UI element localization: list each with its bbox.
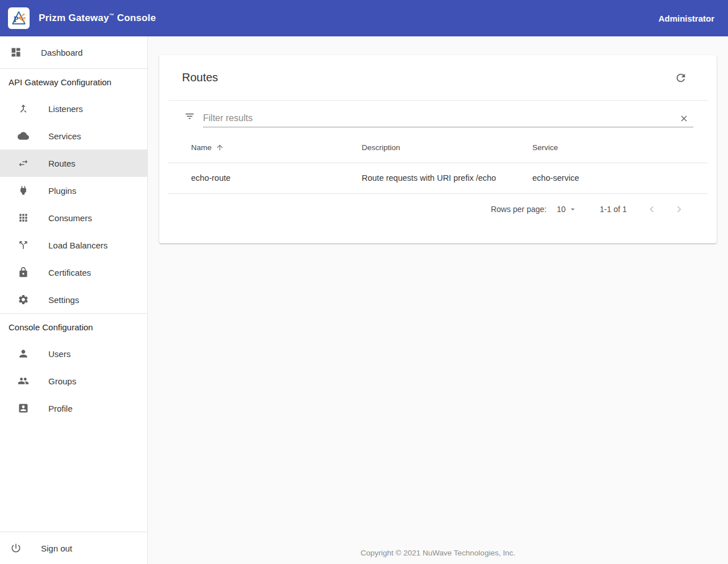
sidebar-item-label: Consumers bbox=[48, 213, 92, 223]
sidebar-item-label: Load Balancers bbox=[48, 240, 107, 250]
app-header: P Prizm Gateway™ Console Administrator bbox=[0, 0, 728, 36]
sidebar-item-settings[interactable]: Settings bbox=[0, 286, 147, 313]
table-row[interactable]: echo-route Route requests with URI prefi… bbox=[168, 163, 708, 193]
card-header: Routes bbox=[159, 55, 717, 100]
chevron-left-icon bbox=[646, 203, 658, 215]
sidebar-item-label: Users bbox=[48, 349, 71, 359]
sidebar-item-label: Sign out bbox=[41, 544, 72, 553]
sidebar-item-label: Certificates bbox=[48, 268, 91, 277]
sidebar-item-label: Settings bbox=[48, 295, 79, 305]
pagination-range: 1-1 of 1 bbox=[600, 205, 627, 214]
copyright-text: Copyright © 2021 NuWave Technologies, In… bbox=[148, 549, 728, 557]
filter-input[interactable] bbox=[203, 113, 679, 123]
cell-route-name: echo-route bbox=[168, 163, 339, 193]
column-header-name[interactable]: Name bbox=[168, 133, 339, 163]
prizm-logo-icon: P bbox=[8, 7, 30, 29]
sidebar-item-services[interactable]: Services bbox=[0, 122, 147, 150]
cell-route-description: Route requests with URI prefix /echo bbox=[339, 163, 510, 193]
column-header-description[interactable]: Description bbox=[339, 133, 510, 163]
sidebar-item-label: Routes bbox=[48, 159, 76, 168]
filter-icon bbox=[184, 111, 195, 122]
dashboard-icon bbox=[10, 47, 22, 58]
call-split-icon bbox=[18, 239, 29, 251]
cell-route-service: echo-service bbox=[510, 163, 708, 193]
gear-icon bbox=[18, 294, 29, 305]
sidebar: Dashboard API Gateway Configuration List… bbox=[0, 36, 148, 564]
section-label-api-gateway: API Gateway Configuration bbox=[0, 69, 147, 95]
sidebar-item-dashboard[interactable]: Dashboard bbox=[0, 36, 147, 68]
sidebar-item-label: Profile bbox=[48, 404, 73, 413]
refresh-button[interactable] bbox=[675, 72, 687, 84]
sidebar-item-profile[interactable]: Profile bbox=[0, 395, 147, 422]
person-icon bbox=[18, 348, 29, 359]
main-content: Routes bbox=[148, 36, 728, 564]
rows-per-page-select[interactable]: 10 bbox=[557, 205, 577, 214]
app-root: P Prizm Gateway™ Console Administrator D… bbox=[0, 0, 728, 564]
sidebar-item-certificates[interactable]: Certificates bbox=[0, 259, 147, 286]
sidebar-item-groups[interactable]: Groups bbox=[0, 367, 147, 395]
user-menu[interactable]: Administrator bbox=[659, 14, 714, 23]
previous-page-button[interactable] bbox=[645, 202, 659, 216]
clear-filter-button[interactable] bbox=[679, 114, 693, 123]
section-label-console-config: Console Configuration bbox=[0, 314, 147, 340]
sidebar-item-load-balancers[interactable]: Load Balancers bbox=[0, 231, 147, 259]
sidebar-item-signout[interactable]: Sign out bbox=[0, 532, 147, 564]
swap-arrows-icon bbox=[18, 157, 29, 169]
power-off-icon bbox=[10, 542, 22, 554]
app-title: Prizm Gateway™ Console bbox=[39, 13, 156, 24]
apps-grid-icon bbox=[18, 212, 29, 223]
cloud-icon bbox=[18, 130, 29, 142]
next-page-button[interactable] bbox=[672, 202, 686, 216]
pagination: Rows per page: 10 1-1 of 1 bbox=[159, 194, 717, 225]
column-header-service[interactable]: Service bbox=[510, 133, 708, 163]
dropdown-arrow-icon bbox=[568, 205, 577, 214]
refresh-icon bbox=[675, 72, 687, 84]
sort-ascending-icon bbox=[212, 143, 224, 152]
sidebar-item-label: Dashboard bbox=[41, 48, 82, 57]
sidebar-item-label: Services bbox=[48, 131, 81, 141]
table-header-row: Name Description Service bbox=[168, 133, 708, 163]
close-icon bbox=[679, 114, 689, 123]
page-title: Routes bbox=[182, 71, 218, 84]
rows-per-page-label: Rows per page: bbox=[491, 205, 547, 214]
sidebar-item-label: Listeners bbox=[48, 104, 83, 114]
power-plug-icon bbox=[18, 185, 29, 196]
sidebar-item-routes[interactable]: Routes bbox=[0, 150, 147, 177]
card-divider bbox=[168, 100, 708, 101]
svg-text:P: P bbox=[14, 15, 19, 24]
sidebar-item-label: Plugins bbox=[48, 186, 76, 196]
sidebar-item-plugins[interactable]: Plugins bbox=[0, 177, 147, 204]
sidebar-item-listeners[interactable]: Listeners bbox=[0, 95, 147, 122]
routes-table: Name Description Service echo-route Rout… bbox=[168, 133, 708, 194]
people-icon bbox=[18, 375, 29, 387]
lock-icon bbox=[18, 267, 29, 278]
sidebar-item-consumers[interactable]: Consumers bbox=[0, 204, 147, 231]
routes-card: Routes bbox=[159, 55, 717, 243]
chevron-right-icon bbox=[673, 203, 685, 215]
filter-row bbox=[184, 111, 693, 127]
sidebar-item-label: Groups bbox=[48, 376, 76, 386]
sidebar-item-users[interactable]: Users bbox=[0, 340, 147, 367]
account-box-icon bbox=[18, 403, 29, 414]
call-merge-icon bbox=[18, 103, 29, 114]
